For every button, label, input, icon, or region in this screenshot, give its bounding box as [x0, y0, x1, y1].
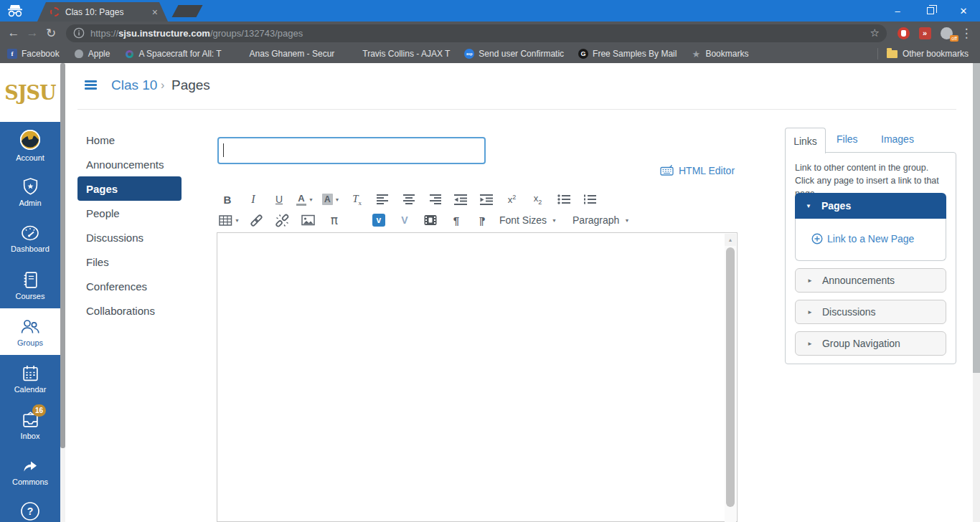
maximize-button[interactable]: [914, 0, 947, 22]
font-sizes-dropdown[interactable]: Font Sizes ▼: [499, 211, 557, 229]
bookmark-anas-ghanem[interactable]: Anas Ghanem - Secur: [236, 49, 335, 59]
table-icon: [219, 214, 232, 227]
tab-close-icon[interactable]: ×: [152, 6, 158, 18]
editor-content-area[interactable]: ▲: [217, 232, 738, 522]
browser-tab[interactable]: Clas 10: Pages ×: [37, 2, 168, 22]
rtl-direction-button[interactable]: ¶: [473, 211, 491, 229]
align-right-button[interactable]: [426, 190, 443, 209]
forward-icon[interactable]: →: [23, 26, 42, 40]
page-scrollbar-thumb[interactable]: [973, 63, 980, 373]
course-nav-toggle-icon[interactable]: [85, 80, 97, 91]
align-center-button[interactable]: [400, 190, 418, 209]
background-color-button[interactable]: A ▼: [322, 190, 340, 209]
info-icon[interactable]: [73, 27, 85, 39]
vimeo-library-button[interactable]: V: [396, 211, 413, 229]
accordion-pages[interactable]: ▼ Pages: [795, 193, 946, 219]
nav-item-conferences[interactable]: Conferences: [86, 274, 194, 298]
bookmark-free-samples[interactable]: G Free Samples By Mail: [578, 49, 677, 59]
editor-scrollbar[interactable]: ▲: [725, 234, 736, 522]
accordion-discussions[interactable]: ► Discussions: [795, 300, 946, 324]
fvd-extension-icon[interactable]: »: [914, 27, 936, 39]
url-bar[interactable]: https://sjsu.instructure.com/groups/1327…: [66, 24, 887, 42]
numbered-list-button[interactable]: [581, 190, 598, 209]
clear-formatting-button[interactable]: Tx: [349, 190, 366, 209]
paragraph-format-dropdown[interactable]: Paragraph ▼: [573, 211, 629, 229]
accordion-announcements[interactable]: ► Announcements: [795, 268, 946, 293]
indent-button[interactable]: [478, 190, 495, 209]
html-editor-link[interactable]: HTML Editor: [660, 164, 735, 176]
subscript-button[interactable]: x2: [529, 190, 547, 209]
bookmark-travis-collins[interactable]: Travis Collins - AJAX T: [349, 49, 450, 59]
sidebar-item-courses[interactable]: Courses: [0, 262, 60, 308]
tab-files[interactable]: Files: [837, 133, 858, 145]
adblock-extension-icon[interactable]: [892, 27, 914, 39]
nav-item-discussions[interactable]: Discussions: [86, 225, 194, 250]
group-navigation: Home Announcements Pages People Discussi…: [86, 128, 194, 323]
page-scrollbar[interactable]: [973, 63, 980, 522]
tab-images[interactable]: Images: [881, 133, 914, 145]
asp-favicon: asp: [464, 49, 474, 59]
vimeo-upload-button[interactable]: v: [370, 211, 387, 229]
underline-button[interactable]: U: [270, 190, 288, 209]
maximize-icon: [927, 7, 934, 14]
nav-item-collaborations[interactable]: Collaborations: [86, 298, 194, 323]
admin-shield-icon: [21, 177, 40, 196]
page-title-input[interactable]: [217, 137, 486, 164]
image-icon: [301, 214, 315, 227]
equation-button[interactable]: π: [326, 211, 343, 229]
sidebar-item-calendar[interactable]: Calendar: [0, 355, 60, 402]
bookmark-send-user-confirmation[interactable]: asp Send user Confirmatic: [464, 49, 564, 59]
chrome-menu-icon[interactable]: ⋮: [957, 26, 976, 41]
bookmark-star-icon[interactable]: ☆: [870, 27, 880, 39]
sjsu-logo[interactable]: SJSU: [0, 63, 60, 122]
tab-links[interactable]: Links: [785, 128, 826, 153]
accordion-group-navigation[interactable]: ► Group Navigation: [795, 331, 946, 356]
remove-link-button[interactable]: [274, 211, 291, 229]
insert-link-button[interactable]: [248, 211, 265, 229]
refresh-icon[interactable]: ↻: [42, 26, 60, 41]
new-tab-button[interactable]: [171, 5, 202, 17]
sidebar-scrollbar-thumb[interactable]: [60, 63, 65, 448]
breadcrumb-group-link[interactable]: Clas 10: [111, 77, 157, 93]
sidebar-item-groups[interactable]: Groups: [0, 308, 60, 355]
nav-item-pages[interactable]: Pages: [77, 176, 182, 201]
extension-off-icon[interactable]: off: [936, 27, 957, 39]
superscript-button[interactable]: x2: [504, 190, 521, 209]
sidebar-item-commons[interactable]: Commons: [0, 448, 60, 495]
editor-scrollbar-thumb[interactable]: [726, 247, 735, 507]
close-button[interactable]: ✕: [947, 0, 980, 22]
bookmark-facebook[interactable]: f Facebook: [7, 49, 60, 59]
minimize-button[interactable]: –: [881, 0, 914, 22]
courses-book-icon: [21, 270, 40, 290]
caret-down-icon: ▼: [806, 203, 811, 209]
table-button[interactable]: ▼: [219, 211, 240, 229]
accordion-pages-body: Link to a New Page: [795, 219, 946, 261]
link-to-new-page-button[interactable]: Link to a New Page: [811, 233, 914, 245]
bold-button[interactable]: B: [219, 190, 236, 209]
bookmark-apple[interactable]: Apple: [74, 49, 110, 59]
sidebar-item-help[interactable]: ?: [0, 495, 60, 522]
text-color-button[interactable]: A ▼: [296, 190, 314, 209]
nav-item-people[interactable]: People: [86, 201, 194, 225]
sidebar-item-admin[interactable]: Admin: [0, 169, 60, 215]
nav-item-home[interactable]: Home: [86, 128, 194, 152]
bullet-list-button[interactable]: [555, 190, 573, 209]
other-bookmarks-button[interactable]: Other bookmarks: [887, 49, 969, 59]
sidebar-item-account[interactable]: Account: [0, 122, 60, 169]
ltr-direction-button[interactable]: ¶: [448, 211, 465, 229]
embed-image-button[interactable]: [300, 211, 317, 229]
sidebar-scrollbar[interactable]: [60, 63, 65, 522]
sidebar-item-inbox[interactable]: 16 Inbox: [0, 402, 60, 448]
scroll-up-arrow-icon[interactable]: ▲: [725, 234, 736, 246]
bookmark-spacecraft[interactable]: A Spacecraft for All: T: [124, 49, 221, 59]
back-icon[interactable]: ←: [4, 26, 23, 40]
video-button[interactable]: [422, 211, 439, 229]
nav-item-announcements[interactable]: Announcements: [86, 152, 194, 176]
sidebar-item-dashboard[interactable]: Dashboard: [0, 215, 60, 262]
outdent-button[interactable]: [452, 190, 469, 209]
align-left-button[interactable]: [374, 190, 392, 209]
nav-item-files[interactable]: Files: [86, 250, 194, 274]
url-text[interactable]: https://sjsu.instructure.com/groups/1327…: [90, 28, 870, 39]
bookmark-folder-bookmarks[interactable]: ★ Bookmarks: [691, 49, 748, 59]
italic-button[interactable]: I: [245, 190, 262, 209]
